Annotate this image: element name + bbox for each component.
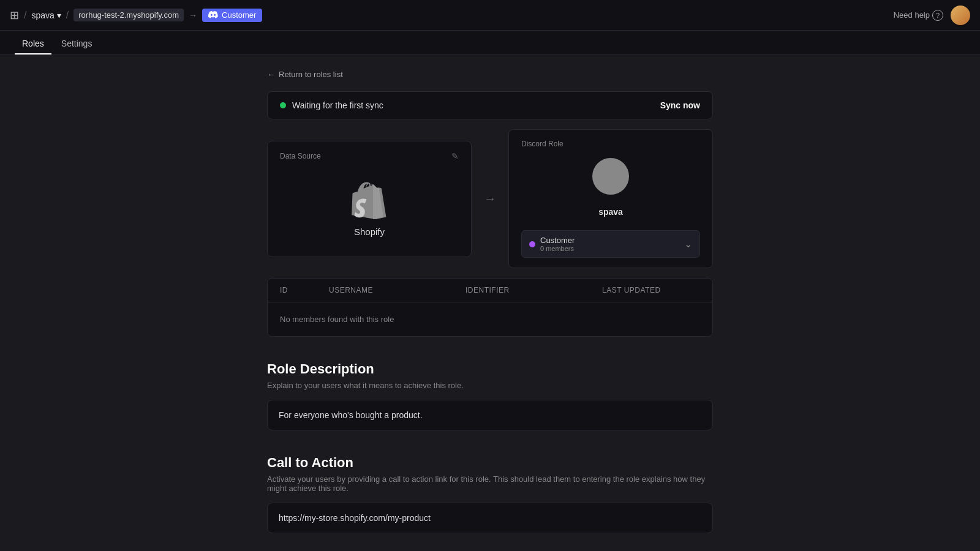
subnav: Roles Settings xyxy=(0,31,980,55)
sync-banner: Waiting for the first sync Sync now xyxy=(267,91,713,119)
sync-now-button[interactable]: Sync now xyxy=(660,100,700,110)
grid-icon[interactable]: ⊞ xyxy=(10,9,19,22)
separator-2: / xyxy=(66,10,69,21)
data-source-name: Shopify xyxy=(354,227,385,237)
col-username: Username xyxy=(329,286,466,294)
breadcrumb-arrow-icon: → xyxy=(189,10,197,20)
help-label: Need help xyxy=(894,10,930,20)
back-link-label: Return to roles list xyxy=(279,70,343,79)
topbar: ⊞ / spava ▾ / rorhug-test-2.myshopify.co… xyxy=(0,0,980,31)
role-name: Customer xyxy=(540,236,575,245)
role-description-desc: Explain to your users what it means to a… xyxy=(267,381,713,390)
call-to-action-section: Call to Action Activate your users by pr… xyxy=(267,455,713,533)
discord-role-chip[interactable]: Customer xyxy=(202,9,262,22)
subnav-item-roles[interactable]: Roles xyxy=(15,34,51,54)
role-description-section: Role Description Explain to your users w… xyxy=(267,361,713,430)
workspace-name[interactable]: spava ▾ xyxy=(31,10,61,20)
role-badge[interactable]: Customer 0 members ⌄ xyxy=(521,230,700,258)
sync-status-label: Waiting for the first sync xyxy=(292,100,383,110)
chevron-down-icon: ⌄ xyxy=(684,238,692,250)
cards-row: Data Source ✎ Shopify → Discord Role xyxy=(267,129,713,268)
call-to-action-desc: Activate your users by providing a call … xyxy=(267,474,713,493)
discord-role-label: Discord Role xyxy=(521,140,700,148)
server-avatar xyxy=(592,158,629,195)
col-identifier: Identifier xyxy=(466,286,602,294)
table-header: ID Username Identifier Last updated xyxy=(268,279,712,302)
help-button[interactable]: Need help ? xyxy=(894,10,943,21)
role-description-title: Role Description xyxy=(267,361,713,377)
col-id: ID xyxy=(280,286,329,294)
call-to-action-input[interactable]: https://my-store.shopify.com/my-product xyxy=(267,503,713,533)
role-info: Customer 0 members xyxy=(540,236,575,252)
data-source-content: Shopify xyxy=(280,171,459,247)
col-last-updated: Last updated xyxy=(602,286,700,294)
role-members-count: 0 members xyxy=(540,245,575,252)
discord-logo-icon xyxy=(208,10,218,20)
back-arrow-icon: ← xyxy=(267,70,275,79)
right-arrow-icon: → xyxy=(484,192,496,206)
edit-icon[interactable]: ✎ xyxy=(451,151,459,161)
data-source-label: Data Source ✎ xyxy=(280,151,459,161)
breadcrumb-chip[interactable]: rorhug-test-2.myshopify.com xyxy=(74,9,184,21)
connector-arrow: → xyxy=(472,192,508,206)
members-table: ID Username Identifier Last updated No m… xyxy=(267,278,713,337)
user-avatar[interactable] xyxy=(951,6,970,25)
sync-dot-icon xyxy=(280,102,286,108)
workspace-caret-icon: ▾ xyxy=(57,10,61,20)
server-name: spava xyxy=(598,207,623,217)
role-badge-left: Customer 0 members xyxy=(529,236,575,252)
call-to-action-title: Call to Action xyxy=(267,455,713,471)
data-source-card: Data Source ✎ Shopify xyxy=(267,141,472,257)
topbar-right: Need help ? xyxy=(894,6,970,25)
table-empty-message: No members found with this role xyxy=(268,302,712,336)
separator-1: / xyxy=(24,10,26,21)
help-circle-icon: ? xyxy=(932,10,943,21)
topbar-left: ⊞ / spava ▾ / rorhug-test-2.myshopify.co… xyxy=(10,9,262,22)
shopify-icon xyxy=(350,180,389,219)
discord-role-label: Customer xyxy=(222,10,256,20)
discord-role-content: spava Customer 0 members ⌄ xyxy=(521,158,700,258)
discord-role-card: Discord Role spava Customer 0 members ⌄ xyxy=(508,129,713,268)
role-description-input[interactable]: For everyone who's bought a product. xyxy=(267,400,713,430)
back-link[interactable]: ← Return to roles list xyxy=(267,70,713,79)
main-content: ← Return to roles list Waiting for the f… xyxy=(257,55,723,551)
role-color-dot xyxy=(529,241,535,247)
subnav-item-settings[interactable]: Settings xyxy=(54,34,100,54)
sync-status: Waiting for the first sync xyxy=(280,100,383,110)
